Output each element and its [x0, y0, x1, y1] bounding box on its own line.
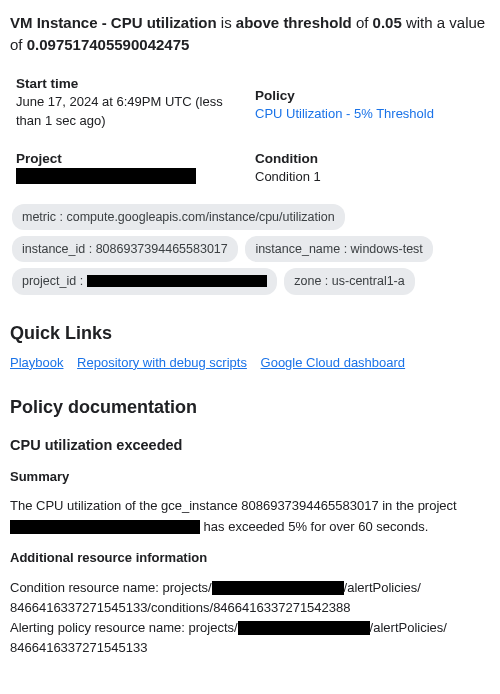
quick-links-heading: Quick Links	[10, 320, 490, 346]
project-value-redacted	[16, 168, 245, 187]
policy-doc-subheading: CPU utilization exceeded	[10, 435, 490, 456]
metadata-grid: Start time June 17, 2024 at 6:49PM UTC (…	[10, 74, 490, 188]
quick-link-dashboard[interactable]: Google Cloud dashboard	[261, 355, 406, 370]
start-time-value: June 17, 2024 at 6:49PM UTC (less than 1…	[16, 93, 245, 131]
policy-doc-heading: Policy documentation	[10, 394, 490, 420]
condition-resource-name: Condition resource name: projects//alert…	[10, 578, 490, 618]
start-time-label: Start time	[16, 74, 245, 94]
additional-info-label: Additional resource information	[10, 549, 490, 568]
condition-cell: Condition Condition 1	[255, 149, 484, 187]
project-label: Project	[16, 149, 245, 169]
project-cell: Project	[16, 149, 245, 187]
chip-instance-id: instance_id : 8086937394465583017	[12, 236, 238, 262]
title-threshold: 0.05	[373, 14, 402, 31]
title-subject: VM Instance - CPU utilization	[10, 14, 217, 31]
label-chips: metric : compute.googleapis.com/instance…	[10, 201, 490, 297]
summary-label: Summary	[10, 468, 490, 487]
quick-link-repo[interactable]: Repository with debug scripts	[77, 355, 247, 370]
chip-instance-name: instance_name : windows-test	[245, 236, 432, 262]
alerting-policy-resource-name: Alerting policy resource name: projects/…	[10, 618, 490, 658]
policy-cell: Policy CPU Utilization - 5% Threshold	[255, 74, 484, 131]
condition-value: Condition 1	[255, 168, 484, 187]
alert-title: VM Instance - CPU utilization is above t…	[10, 12, 490, 56]
condition-label: Condition	[255, 149, 484, 169]
summary-text: The CPU utilization of the gce_instance …	[10, 496, 490, 536]
chip-zone: zone : us-central1-a	[284, 268, 414, 294]
chip-project-id: project_id :	[12, 268, 277, 294]
title-state: above threshold	[236, 14, 352, 31]
quick-link-playbook[interactable]: Playbook	[10, 355, 63, 370]
chip-metric: metric : compute.googleapis.com/instance…	[12, 204, 345, 230]
start-time-cell: Start time June 17, 2024 at 6:49PM UTC (…	[16, 74, 245, 131]
title-value: 0.097517405590042475	[27, 36, 190, 53]
quick-links-row: Playbook Repository with debug scripts G…	[10, 354, 490, 373]
policy-link[interactable]: CPU Utilization - 5% Threshold	[255, 106, 434, 121]
policy-label: Policy	[255, 86, 484, 106]
